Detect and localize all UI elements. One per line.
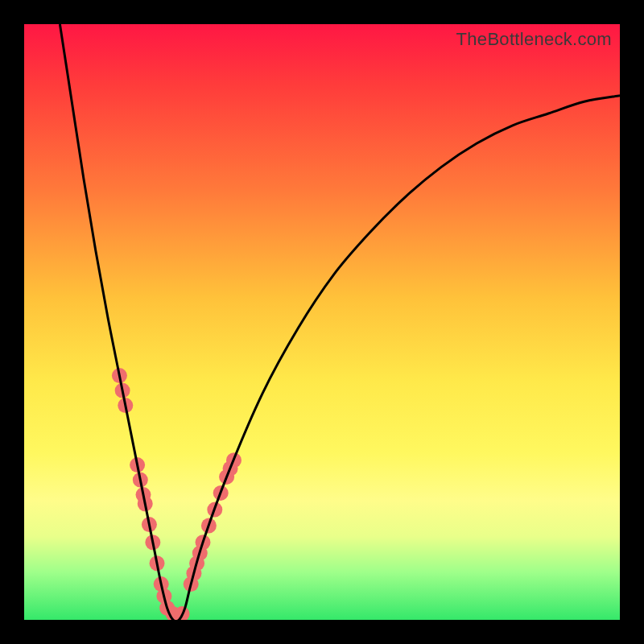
highlight-dot — [223, 461, 238, 477]
highlight-dot — [213, 485, 229, 501]
highlight-layer — [112, 368, 242, 620]
highlight-dot — [219, 469, 234, 485]
highlight-dot — [159, 601, 175, 616]
highlight-dot — [189, 555, 204, 571]
highlight-dot — [136, 487, 151, 502]
highlight-dot — [133, 473, 148, 488]
watermark-text: TheBottleneck.com — [456, 29, 612, 50]
highlight-dot — [130, 457, 145, 473]
chart-svg — [24, 24, 620, 620]
plot-area: TheBottleneck.com — [24, 24, 620, 620]
highlight-dot — [196, 535, 211, 550]
highlight-dot — [175, 606, 190, 620]
highlight-dot — [138, 496, 153, 511]
highlight-dot — [154, 576, 169, 592]
highlight-dot — [112, 368, 127, 383]
highlight-dot — [201, 518, 217, 534]
highlight-dot — [226, 452, 242, 468]
highlight-dot — [166, 606, 181, 620]
highlight-dot — [192, 546, 208, 561]
highlight-dot — [145, 535, 160, 550]
highlight-dot — [156, 588, 171, 604]
highlight-dot — [118, 398, 133, 413]
highlight-dot — [207, 502, 222, 518]
highlight-dot — [142, 517, 157, 532]
highlight-dot — [115, 383, 130, 398]
bottleneck-curve — [60, 24, 620, 620]
highlight-dot — [150, 555, 165, 571]
highlight-dot — [184, 576, 199, 592]
highlight-dot — [186, 566, 201, 581]
